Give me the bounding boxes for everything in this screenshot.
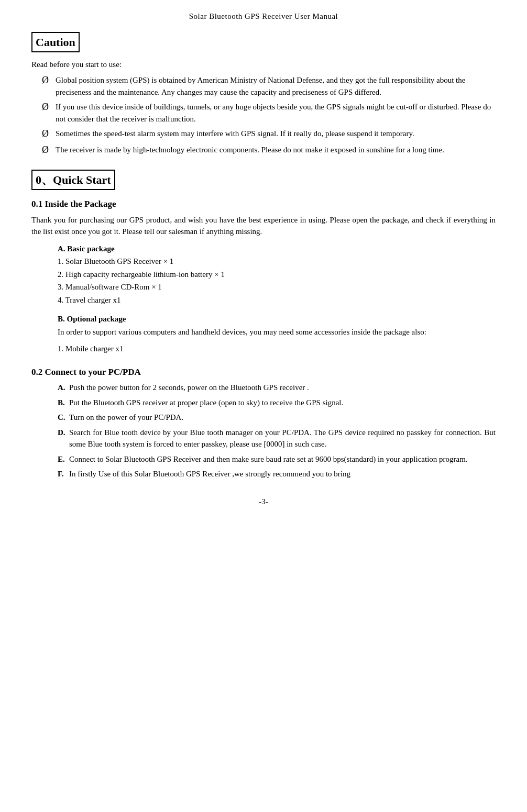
list-item: Ø If you use this device inside of build… (42, 101, 496, 125)
package-item: 3. Manual/software CD-Rom × 1 (58, 283, 162, 291)
section-01-title: 0.1 Inside the Package (31, 197, 496, 211)
connect-step-a: A. Push the power button for 2 seconds, … (58, 382, 496, 394)
section-02-title: 0.2 Connect to your PC/PDA (31, 365, 496, 379)
bullet-text: The receiver is made by high-technology … (56, 144, 496, 156)
section0: 0、Quick Start 0.1 Inside the Package Tha… (31, 170, 496, 480)
bullet-icon: Ø (42, 73, 50, 87)
optional-package-label: B. Optional package (58, 313, 496, 325)
optional-item: 1. Mobile charger x1 (58, 344, 124, 353)
step-label-b: B. (58, 397, 67, 409)
connect-step-c: C. Turn on the power of your PC/PDA. (58, 411, 496, 424)
list-item: 4. Travel charger x1 (58, 294, 496, 306)
step-label-f: F. (58, 468, 67, 480)
page-header: Solar Bluetooth GPS Receiver User Manual (31, 10, 496, 23)
page-footer: -3- (31, 496, 496, 508)
list-item: Ø Sometimes the speed-test alarm system … (42, 128, 496, 141)
step-text-b: Put the Bluetooth GPS receiver at proper… (69, 397, 496, 409)
optional-section: B. Optional package In order to support … (31, 313, 496, 355)
list-item: 3. Manual/software CD-Rom × 1 (58, 281, 496, 293)
package-item: 2. High capacity rechargeable lithium-io… (58, 270, 225, 279)
caution-title: Caution (31, 32, 80, 52)
basic-package-list: 1. Solar Bluetooth GPS Receiver × 1 2. H… (58, 255, 496, 306)
bullet-icon: Ø (42, 143, 50, 157)
connect-step-d: D. Search for Blue tooth device by your … (58, 427, 496, 450)
header-title: Solar Bluetooth GPS Receiver User Manual (189, 12, 338, 20)
step-label-a: A. (58, 382, 67, 394)
step-text-c: Turn on the power of your PC/PDA. (69, 411, 496, 424)
read-before-text: Read before you start to use: (31, 59, 496, 71)
bullet-text: If you use this device inside of buildin… (56, 101, 496, 125)
step-label-e: E. (58, 453, 67, 465)
step-text-a: Push the power button for 2 seconds, pow… (69, 382, 496, 394)
step-label-c: C. (58, 411, 67, 424)
package-item: 1. Solar Bluetooth GPS Receiver × 1 (58, 257, 173, 265)
optional-intro: In order to support various computers an… (58, 326, 496, 338)
list-item: 1. Solar Bluetooth GPS Receiver × 1 (58, 255, 496, 268)
basic-package-label: A. Basic package (58, 243, 496, 255)
list-item: 2. High capacity rechargeable lithium-io… (58, 269, 496, 281)
step-text-e: Connect to Solar Bluetooth GPS Receiver … (69, 453, 496, 465)
list-item: Ø Global position system (GPS) is obtain… (42, 74, 496, 98)
list-item: 1. Mobile charger x1 (58, 343, 496, 355)
bullet-text: Sometimes the speed-test alarm system ma… (56, 128, 496, 140)
section-01-intro: Thank you for purchasing our GPS product… (31, 214, 496, 238)
caution-section: Caution Read before you start to use: Ø … (31, 32, 496, 158)
step-text-d: Search for Blue tooth device by your Blu… (69, 427, 496, 450)
bullet-icon: Ø (42, 100, 50, 114)
quick-start-title: 0、Quick Start (31, 170, 115, 190)
bullet-text: Global position system (GPS) is obtained… (56, 74, 496, 98)
connect-step-b: B. Put the Bluetooth GPS receiver at pro… (58, 397, 496, 409)
step-text-f: In firstly Use of this Solar Bluetooth G… (69, 468, 496, 480)
optional-package-list: 1. Mobile charger x1 (58, 343, 496, 355)
section-01: 0.1 Inside the Package Thank you for pur… (31, 197, 496, 355)
caution-bullet-list: Ø Global position system (GPS) is obtain… (42, 74, 496, 157)
list-item: Ø The receiver is made by high-technolog… (42, 144, 496, 157)
bullet-icon: Ø (42, 127, 50, 141)
page-number: -3- (259, 497, 268, 506)
connect-step-f: F. In firstly Use of this Solar Bluetoot… (58, 468, 496, 480)
step-label-d: D. (58, 427, 67, 439)
package-item: 4. Travel charger x1 (58, 296, 121, 304)
connect-step-e: E. Connect to Solar Bluetooth GPS Receiv… (58, 453, 496, 465)
section-02: 0.2 Connect to your PC/PDA A. Push the p… (31, 365, 496, 480)
